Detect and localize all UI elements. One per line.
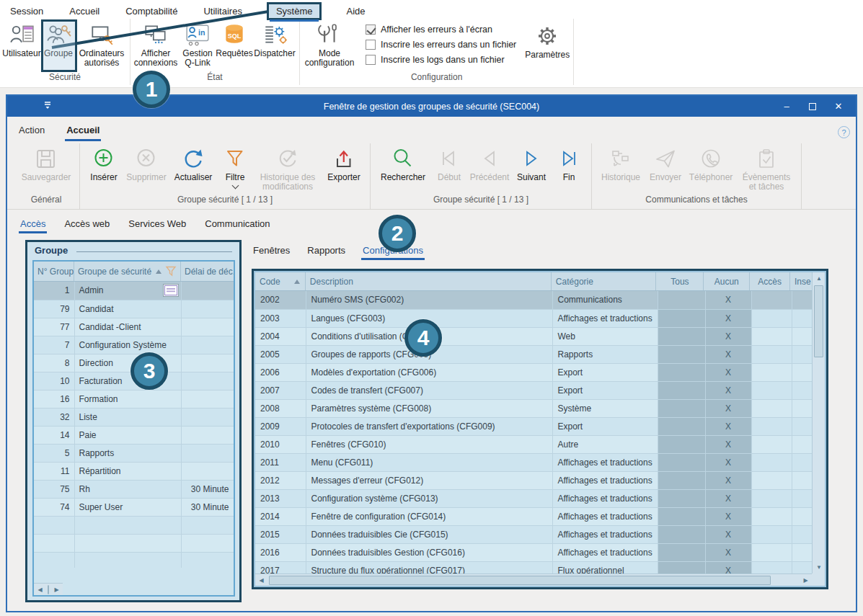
actualiser-button[interactable]: Actualiser [169, 146, 217, 182]
group-row[interactable]: 75 Rh 30 Minute [34, 480, 234, 498]
config-code-cell[interactable]: 2004 [255, 327, 306, 345]
group-number-cell[interactable]: 7 [34, 336, 74, 354]
config-tous-cell[interactable] [658, 381, 705, 399]
config-category-cell[interactable]: Communications [552, 291, 658, 309]
group-name-cell[interactable]: Liste [74, 408, 181, 426]
config-acces-cell[interactable] [751, 435, 792, 453]
configurations-vscrollbar[interactable]: ▲ ▼ [812, 272, 825, 573]
config-insertion-cell[interactable] [792, 525, 812, 543]
config-aucun-cell[interactable]: X [705, 417, 751, 435]
config-tous-cell[interactable] [658, 291, 705, 309]
scroll-up-icon[interactable]: ▲ [813, 272, 826, 285]
group-number-cell[interactable]: 75 [34, 480, 74, 498]
envoyer-button[interactable]: Envoyer [645, 146, 686, 182]
config-row[interactable]: 2004 Conditions d'utilisation (CFG004) W… [255, 327, 812, 345]
config-category-cell[interactable]: Affichages et traductions [552, 309, 658, 327]
config-insertion-cell[interactable] [792, 543, 812, 561]
config-code-cell[interactable]: 2003 [255, 309, 306, 327]
tab-action[interactable]: Action [19, 125, 45, 141]
col-acces[interactable]: Accès [750, 272, 790, 290]
precedent-button[interactable]: Précédent [467, 146, 512, 182]
group-row[interactable]: 14 Paie [34, 426, 234, 444]
tab-communication[interactable]: Communication [205, 218, 270, 233]
col-code[interactable]: Code [255, 272, 306, 290]
close-button[interactable]: ✕ [826, 96, 851, 117]
config-insertion-cell[interactable] [792, 345, 812, 363]
config-aucun-cell[interactable]: X [705, 435, 751, 453]
group-row[interactable]: 74 Super User 30 Minute [34, 498, 234, 516]
mode-configuration-button[interactable]: Mode configuration [302, 19, 357, 70]
config-acces-cell[interactable] [751, 363, 792, 381]
config-category-cell[interactable]: Affichages et traductions [552, 507, 658, 525]
col-tous[interactable]: Tous [656, 272, 704, 290]
config-tous-cell[interactable] [658, 363, 705, 381]
group-delay-cell[interactable] [181, 390, 234, 408]
config-category-cell[interactable]: Affichages et traductions [552, 525, 658, 543]
col-description[interactable]: Description [306, 272, 552, 290]
config-insertion-cell[interactable] [792, 417, 812, 435]
config-code-cell[interactable]: 2002 [255, 291, 306, 309]
group-number-cell[interactable]: 10 [34, 372, 74, 390]
configurations-vscroll-thumb[interactable] [814, 285, 823, 357]
checkbox[interactable] [366, 40, 376, 50]
config-tous-cell[interactable] [658, 345, 705, 363]
checkbox[interactable] [366, 55, 376, 65]
group-number-cell[interactable]: 5 [34, 444, 74, 462]
group-row[interactable]: 5 Rapports [34, 444, 234, 462]
config-insertion-cell[interactable] [792, 327, 812, 345]
config-acces-cell[interactable] [751, 489, 792, 507]
group-row[interactable]: 11 Répartition [34, 462, 234, 480]
config-category-cell[interactable]: Système [552, 399, 658, 417]
group-number-cell[interactable]: 14 [34, 426, 74, 444]
suivant-button[interactable]: Suivant [512, 146, 551, 182]
tab-acces[interactable]: Accès [20, 218, 45, 233]
group-delay-cell[interactable] [181, 444, 234, 462]
config-description-cell[interactable]: Fenêtre de configuration (CFG014) [306, 507, 552, 525]
group-number-cell[interactable]: 74 [34, 498, 74, 516]
group-row[interactable]: 1 Admin [34, 282, 234, 300]
config-aucun-cell[interactable]: X [705, 399, 751, 417]
config-aucun-cell[interactable]: X [705, 507, 751, 525]
config-aucun-cell[interactable]: X [705, 327, 751, 345]
config-row[interactable]: 2013 Configuration système (CFG013) Affi… [255, 489, 812, 507]
config-description-cell[interactable]: Codes de transfert (CFG007) [306, 381, 552, 399]
config-aucun-cell[interactable]: X [705, 381, 751, 399]
config-category-cell[interactable]: Autre [552, 435, 658, 453]
config-description-cell[interactable]: Messages d'erreur (CFG012) [306, 471, 552, 489]
tab-comptabilite[interactable]: Comptabilité [124, 4, 179, 18]
scroll-left-icon[interactable]: ◀ [34, 584, 46, 596]
config-tous-cell[interactable] [658, 543, 705, 561]
config-insertion-cell[interactable] [792, 363, 812, 381]
debut-button[interactable]: Début [431, 146, 467, 182]
config-aucun-cell[interactable]: X [705, 489, 751, 507]
help-icon[interactable]: ? [838, 126, 850, 138]
config-category-cell[interactable]: Export [552, 363, 658, 381]
group-number-cell[interactable]: 79 [34, 300, 74, 318]
historique-button[interactable]: Historique [596, 146, 645, 182]
col-categorie[interactable]: Catégorie [552, 272, 657, 290]
group-delay-cell[interactable]: 30 Minute [181, 498, 234, 516]
group-row[interactable]: 77 Candidat -Client [34, 318, 234, 336]
config-code-cell[interactable]: 2012 [255, 471, 306, 489]
config-row[interactable]: 2012 Messages d'erreur (CFG012) Affichag… [255, 471, 812, 489]
config-acces-cell[interactable] [751, 309, 792, 327]
config-acces-cell[interactable] [751, 507, 792, 525]
config-acces-cell[interactable] [751, 543, 792, 561]
group-name-cell[interactable]: Formation [74, 390, 181, 408]
tab-accueil[interactable]: Accueil [68, 4, 101, 18]
scroll-left-icon[interactable]: ◀ [255, 574, 267, 586]
requetes-button[interactable]: SQL Requêtes [216, 19, 252, 60]
config-acces-cell[interactable] [751, 327, 792, 345]
config-acces-cell[interactable] [751, 525, 792, 543]
group-delay-cell[interactable] [181, 408, 234, 426]
filter-active-icon[interactable] [165, 266, 177, 277]
config-aucun-cell[interactable]: X [705, 453, 751, 471]
config-category-cell[interactable]: Rapports [552, 345, 658, 363]
col-insertion[interactable]: Inse [790, 272, 812, 290]
config-insertion-cell[interactable] [792, 381, 812, 399]
group-name-cell[interactable]: Rh [74, 480, 181, 498]
group-delay-cell[interactable]: 30 Minute [181, 480, 234, 498]
config-code-cell[interactable]: 2009 [255, 417, 306, 435]
group-name-cell[interactable]: Paie [74, 426, 181, 444]
tab-rapports[interactable]: Rapports [307, 245, 345, 260]
